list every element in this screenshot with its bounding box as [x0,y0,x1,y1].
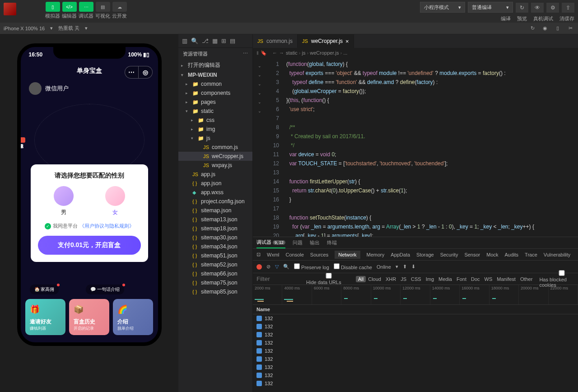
more-icon[interactable]: ▤ [230,37,235,44]
devtools-tab[interactable]: AppData [391,252,410,257]
gear-icon[interactable]: ⚙ [546,3,559,13]
search-icon[interactable]: 🔍 [191,37,198,44]
tree-item[interactable]: ▸📁img [178,125,252,134]
editor-button[interactable]: </> [62,2,77,12]
inspect-icon[interactable]: ⊡ [256,252,261,257]
name-column-header[interactable]: Name [253,305,578,314]
devtools-tab[interactable]: Vulnerability [544,252,571,257]
boxes-icon[interactable]: ▦ [212,37,218,44]
filter-chip[interactable]: Other [518,276,535,282]
devtools-tab[interactable]: Audits [505,252,519,257]
agreement-row[interactable]: ✓我同意平台《用户协议与隐私规则》 [38,223,141,229]
filter-chip[interactable]: All [356,276,366,282]
tree-item[interactable]: { }sitemap.json [178,206,252,215]
tree-item[interactable]: ▸📁pages [178,98,252,107]
refresh-icon[interactable]: ↻ [528,24,536,33]
record-icon[interactable] [256,264,262,270]
devtools-tab[interactable]: Sensor [464,252,480,257]
female-option[interactable]: 女 [105,186,125,216]
upload-icon[interactable]: ⬆ [403,264,407,270]
tree-item[interactable]: { }sitemap13.json [178,215,252,224]
filter-input[interactable] [256,275,302,282]
devtools-tab[interactable]: Mock [486,252,498,257]
agreement-link[interactable]: 《用户协议与隐私规则》 [79,223,134,229]
tree-item[interactable]: ▸📁css [178,116,252,125]
simulator-button[interactable]: ▯ [46,2,60,12]
files-icon[interactable]: ▥ [182,37,187,44]
tree-item[interactable]: ▸打开的编辑器 [178,60,252,70]
download-icon[interactable]: ⬇ [411,264,415,270]
tree-item[interactable]: JScommon.js [178,143,252,152]
search-icon[interactable]: 🔍 [283,264,289,270]
devtools-tab[interactable]: Trace [525,252,537,257]
branch-icon[interactable]: ⎇ [202,37,209,44]
split-icon[interactable]: ⫴ [256,50,259,56]
visual-button[interactable]: ▤ [96,2,110,12]
tree-item[interactable]: ▸📁components [178,89,252,98]
close-icon[interactable]: × [345,38,349,45]
card-1[interactable]: 📦盲盒历史开启的记录 [69,299,109,335]
devtools-tab[interactable]: Network [335,251,360,259]
phone-icon[interactable]: ▯ [554,24,562,33]
check-icon[interactable]: ✓ [45,223,51,229]
bookmark-icon[interactable]: 🔖 [261,50,267,56]
tree-item[interactable]: { }sitemap66.json [178,269,252,278]
card-2[interactable]: 🌈介绍脱单介绍 [113,299,153,335]
tree-item[interactable]: { }project.config.json [178,197,252,206]
online-select[interactable]: Online [377,264,391,270]
filter-chip[interactable]: Manifest [494,276,518,282]
filter-chip[interactable]: Media [436,276,454,282]
cloud-button[interactable]: ☁ [112,2,127,12]
capsule-menu-icon[interactable]: ⋯ [125,66,139,78]
tree-item[interactable]: JSapp.js [178,170,252,179]
ext-icon[interactable]: ⊞ [221,37,226,44]
debug-tab[interactable]: 输出 [310,238,320,248]
network-row[interactable]: 132 [253,379,578,387]
tree-item[interactable]: ◆app.wxss [178,188,252,197]
network-row[interactable]: 132 [253,355,578,363]
filter-chip[interactable]: WS [482,276,495,282]
network-row[interactable]: 132 [253,363,578,371]
filter-chip[interactable]: Font [454,276,469,282]
tree-item[interactable]: JSwxpay.js [178,161,252,170]
filter-chip[interactable]: CSS [409,276,424,282]
filter-toggle-icon[interactable]: ▽ [275,264,279,270]
devtools-tab[interactable]: Memory [367,252,385,257]
network-timeline[interactable]: 2000 ms4000 ms6000 ms8000 ms10000 ms1200… [253,285,578,305]
editor-tab[interactable]: JScommon.js [253,34,298,48]
side-tag[interactable]: 脱单介绍 [17,137,25,143]
compile-select[interactable]: 普通编译▾ [468,2,513,13]
tree-item[interactable]: { }app.json [178,179,252,188]
upload-icon[interactable]: ⇪ [562,3,574,13]
pill-commission[interactable]: 🏠 家高佣 [30,285,59,294]
tree-item[interactable]: { }sitemap85.json [178,287,252,296]
network-row[interactable]: 132 [253,371,578,379]
tree-item[interactable]: { }sitemap51.json [178,251,252,260]
cut-icon[interactable]: ✂ [566,24,574,33]
pill-intro[interactable]: 💬 一句话介绍 [86,285,124,294]
disable-cache-checkbox[interactable]: Disable cache [334,263,372,270]
editor-tab[interactable]: JSweCropper.js× [298,34,354,48]
network-row[interactable]: 132 [253,339,578,347]
tree-item[interactable]: { }sitemap34.json [178,242,252,251]
tree-item[interactable]: { }sitemap18.json [178,224,252,233]
more-icon[interactable]: ⋯ [243,51,248,57]
filter-chip[interactable]: Doc [469,276,482,282]
preserve-log-checkbox[interactable]: Preserve log [294,263,329,270]
debug-tab[interactable]: 问题 [293,238,303,248]
devtools-tab[interactable]: Sources [310,252,328,257]
male-option[interactable]: 男 [54,186,74,216]
capsule-close-icon[interactable]: ◎ [139,66,152,78]
tree-item[interactable]: ▸📁common [178,79,252,89]
tree-item[interactable]: { }sitemap75.json [178,278,252,287]
tree-item[interactable]: { }sitemap52.json [178,260,252,269]
devtools-tab[interactable]: Storage [416,252,434,257]
debug-tab[interactable]: 终端 [327,238,337,248]
debug-tab[interactable]: 调试器 9, 12 [256,237,285,248]
tree-item[interactable]: ▾📁js [178,134,252,143]
filter-chip[interactable]: JS [398,276,409,282]
record-icon[interactable]: ◉ [541,24,549,33]
refresh-icon[interactable]: ↻ [516,3,528,13]
network-row[interactable]: 132 [253,331,578,339]
eye-icon[interactable]: 👁 [531,3,544,13]
